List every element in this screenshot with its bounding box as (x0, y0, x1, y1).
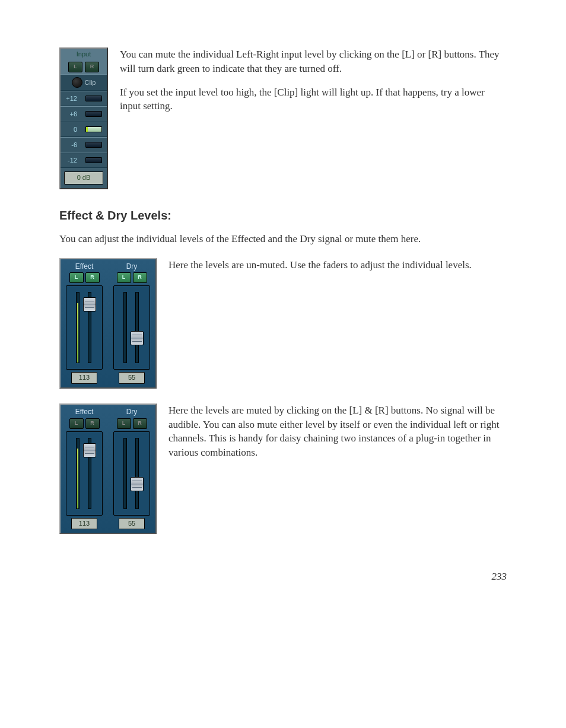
fader-track-icon (135, 292, 139, 363)
dry-l-button[interactable]: L (117, 272, 131, 283)
input-text-block: You can mute the individual Left-Right i… (120, 47, 507, 123)
level-indicator-lit (85, 126, 102, 132)
section-input: Input L R Clip +12 +6 0 -6 -12 0 dB (59, 47, 507, 189)
effect-dry-panel-muted: Effect L R 113 Dry L (59, 403, 157, 534)
effect-fader-handle[interactable] (83, 443, 96, 457)
section-fx-muted: Effect L R 113 Dry L (59, 403, 507, 534)
fader-track-icon (123, 438, 127, 509)
dry-fader-area (113, 285, 150, 370)
clip-row: Clip (61, 74, 107, 91)
dry-fader-handle[interactable] (131, 331, 144, 345)
meter-fill (77, 303, 78, 363)
input-title: Input (61, 49, 107, 60)
effect-label: Effect (75, 405, 93, 418)
effect-dry-panel-unmuted: Effect L R 113 Dry L (59, 258, 157, 389)
input-level-panel: Input L R Clip +12 +6 0 -6 -12 0 dB (59, 47, 108, 189)
scale-num: +12 (61, 94, 80, 103)
scale-row-minus6: -6 (61, 137, 107, 152)
input-l-button[interactable]: L (68, 62, 82, 72)
level-indicator (85, 142, 102, 148)
scale-row-plus12: +12 (61, 91, 107, 106)
effect-column: Effect L R 113 (61, 405, 108, 529)
fader-track-icon (88, 438, 91, 509)
scale-num: -12 (61, 156, 80, 165)
fader-track-icon (88, 292, 91, 363)
scale-row-minus12: -12 (61, 152, 107, 168)
db-readout: 0 dB (64, 171, 103, 184)
effect-column: Effect L R 113 (61, 259, 108, 384)
dry-r-button[interactable]: R (133, 272, 147, 283)
paragraph: Here the levels are un-muted. Use the fa… (168, 258, 472, 272)
dry-label: Dry (126, 259, 138, 273)
effect-r-button[interactable]: R (85, 272, 100, 283)
scale-row-0: 0 (61, 122, 107, 137)
effect-fader-handle[interactable] (83, 297, 96, 311)
section-fx-unmuted: Effect L R 113 Dry L (59, 258, 507, 389)
dry-label: Dry (126, 405, 138, 418)
level-indicator (85, 96, 102, 101)
input-r-button[interactable]: R (85, 62, 99, 72)
dry-column: Dry L R 55 (108, 259, 155, 384)
dry-fader-area (113, 431, 150, 516)
fader-track-icon (123, 292, 127, 363)
effect-fader-area (66, 285, 103, 370)
clip-led-icon (72, 77, 82, 88)
scale-num: 0 (61, 125, 80, 134)
input-lr-row: L R (61, 60, 107, 74)
effect-l-button[interactable]: L (69, 272, 84, 283)
meter-fill (77, 449, 78, 508)
fader-track-icon (76, 438, 80, 509)
effect-r-button[interactable]: R (85, 418, 100, 429)
clip-label: Clip (85, 78, 96, 87)
scale-row-plus6: +6 (61, 106, 107, 122)
dry-column: Dry L R 55 (108, 405, 155, 529)
effect-value: 113 (71, 518, 97, 529)
level-indicator (85, 111, 102, 117)
dry-fader-handle[interactable] (131, 477, 144, 491)
dry-l-button[interactable]: L (117, 418, 131, 429)
paragraph: If you set the input level too high, the… (120, 85, 507, 114)
paragraph: Here the levels are muted by clicking on… (168, 403, 507, 460)
dry-r-button[interactable]: R (133, 418, 147, 429)
fx-unmuted-text: Here the levels are un-muted. Use the fa… (168, 258, 472, 282)
scale-num: -6 (61, 141, 80, 150)
dry-value: 55 (119, 372, 145, 383)
fader-track-icon (135, 438, 139, 509)
effect-label: Effect (75, 259, 93, 273)
scale-num: +6 (61, 110, 80, 119)
paragraph: You can adjust the individual levels of … (59, 232, 507, 246)
effect-value: 113 (71, 372, 97, 383)
heading-effect-dry: Effect & Dry Levels: (59, 207, 507, 224)
fx-muted-text: Here the levels are muted by clicking on… (168, 403, 507, 469)
level-indicator (85, 157, 102, 163)
paragraph: You can mute the individual Left-Right i… (120, 47, 507, 76)
dry-value: 55 (119, 518, 145, 529)
effect-fader-area (66, 431, 103, 516)
page-number: 233 (59, 570, 507, 584)
effect-l-button[interactable]: L (69, 418, 84, 429)
fader-track-icon (76, 292, 80, 363)
